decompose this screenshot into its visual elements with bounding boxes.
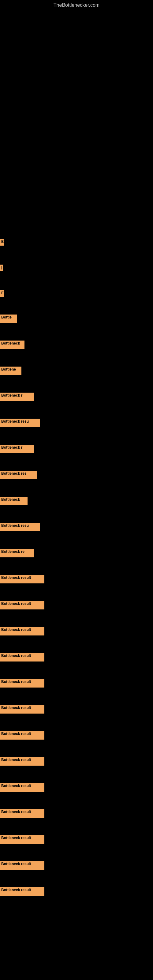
bottleneck-label-23: Bottleneck result bbox=[0, 809, 45, 818]
bottleneck-label-15: Bottleneck result bbox=[0, 601, 45, 609]
bottleneck-label-5: Bottleneck bbox=[0, 340, 24, 349]
bottleneck-label-26: Bottleneck result bbox=[0, 887, 45, 896]
bottleneck-label-13: Bottleneck re bbox=[0, 549, 33, 557]
bottleneck-label-2: | bbox=[0, 265, 3, 271]
bottleneck-label-24: Bottleneck result bbox=[0, 835, 45, 844]
bottleneck-label-6: Bottlene bbox=[0, 367, 21, 375]
bottleneck-label-11: Bottleneck bbox=[0, 497, 27, 505]
bottleneck-label-22: Bottleneck result bbox=[0, 783, 45, 792]
bottleneck-label-4: Bottle bbox=[0, 315, 17, 323]
bottleneck-label-7: Bottleneck r bbox=[0, 393, 33, 401]
bottleneck-label-3: E bbox=[0, 290, 4, 297]
bottleneck-label-14: Bottleneck result bbox=[0, 575, 45, 584]
bottleneck-label-21: Bottleneck result bbox=[0, 757, 45, 766]
bottleneck-label-9: Bottleneck r bbox=[0, 445, 33, 453]
bottleneck-label-25: Bottleneck result bbox=[0, 861, 45, 870]
bottleneck-label-20: Bottleneck result bbox=[0, 731, 45, 740]
labels-container: E|EBottleBottleneckBottleneBottleneck rB… bbox=[0, 184, 45, 896]
site-title: TheBottlenecker.com bbox=[0, 0, 153, 8]
bottleneck-label-10: Bottleneck res bbox=[0, 471, 37, 479]
bottleneck-label-1: E bbox=[0, 239, 4, 246]
bottleneck-label-8: Bottleneck resu bbox=[0, 418, 40, 427]
bottleneck-label-17: Bottleneck result bbox=[0, 653, 45, 662]
bottleneck-label-19: Bottleneck result bbox=[0, 705, 45, 714]
bottleneck-label-16: Bottleneck result bbox=[0, 627, 45, 635]
bottleneck-label-12: Bottleneck resu bbox=[0, 523, 40, 531]
bottleneck-label-18: Bottleneck result bbox=[0, 679, 45, 687]
